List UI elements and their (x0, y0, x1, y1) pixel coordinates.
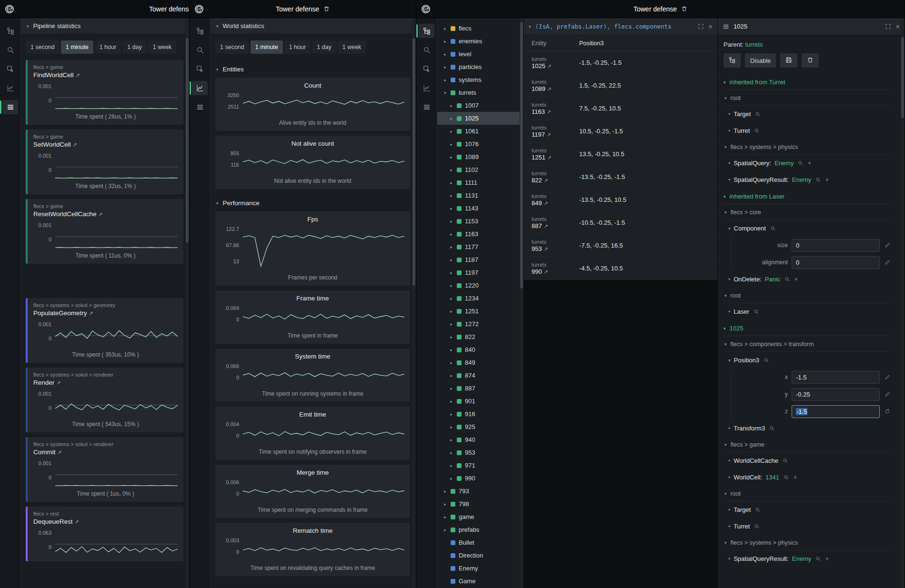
expand-inspector-button[interactable] (885, 23, 891, 30)
component-row[interactable]: ▾Position3 (724, 352, 890, 369)
close-query-button[interactable]: × (708, 23, 713, 30)
component-row[interactable]: ▾Component (724, 220, 890, 237)
tree-item-1089[interactable]: ▸1089 (437, 150, 523, 163)
sidebar-hierarchy-button[interactable] (416, 23, 437, 39)
time-range-button[interactable]: 1 day (122, 40, 147, 54)
sidebar-search-button[interactable] (190, 42, 210, 58)
component-group-path[interactable]: ▾root (724, 90, 890, 106)
tree-item-Enemy[interactable]: Enemy (437, 562, 523, 575)
tree-item-798[interactable]: ▸798 (437, 498, 523, 510)
parent-link[interactable]: turrets (745, 41, 763, 48)
entity-link[interactable]: 1089 ↗ (532, 85, 579, 92)
sidebar-search-button[interactable] (0, 42, 20, 58)
sidebar-stats-button[interactable] (190, 99, 210, 115)
tree-item-enemies[interactable]: ▸enemies (437, 35, 523, 48)
close-inspector-button[interactable]: × (895, 23, 900, 30)
component-row[interactable]: •OnDelete:Panic (724, 271, 890, 288)
size-input[interactable]: 0 (792, 239, 880, 252)
query-row-849[interactable]: turrets849 ↗-13.5, -0.25, 10.5 (524, 189, 717, 211)
component-value[interactable]: 1341 (765, 474, 779, 481)
component-value[interactable]: Enemy (792, 555, 811, 562)
component-value[interactable]: Panic (765, 276, 781, 283)
component-row[interactable]: •Transform3 (724, 420, 890, 437)
component-group-path[interactable]: ▾flecs > systems > physics (724, 139, 890, 155)
query-row-1163[interactable]: turrets1163 ↗7.5, -0.25, 10.5 (524, 97, 717, 120)
query-row-1251[interactable]: turrets1251 ↗13.5, -0.25, 10.5 (524, 143, 717, 166)
tree-item-1007[interactable]: ▸1007 (437, 99, 523, 112)
tree-item-1143[interactable]: ▸1143 (437, 202, 523, 215)
inspector-section-header[interactable]: ▾inherited from Laser (724, 188, 890, 204)
z-input[interactable]: -1.5 (792, 405, 880, 418)
inspector-section-header[interactable]: ▾1025 (724, 320, 890, 336)
time-range-button[interactable]: 1 minute (251, 40, 283, 54)
tree-item-887[interactable]: ▸887 (437, 382, 523, 395)
query-row-1025[interactable]: turrets1025 ↗-1.5, -0.25, -1.5 (524, 51, 717, 74)
query-row-1089[interactable]: turrets1089 ↗1.5, -0.25, 22.5 (524, 74, 717, 97)
tree-item-prefabs[interactable]: ▸prefabs (437, 523, 523, 536)
tree-item-822[interactable]: ▸822 (437, 330, 523, 343)
component-group-path[interactable]: ▾flecs > core (724, 204, 890, 220)
tree-item-971[interactable]: ▸971 (437, 459, 523, 472)
tree-item-1163[interactable]: ▸1163 (437, 228, 523, 240)
component-row[interactable]: •WorldCellCache (724, 452, 890, 469)
tree-item-Direction[interactable]: Direction (437, 549, 523, 562)
component-row[interactable]: •SpatialQueryResult:Enemy (724, 550, 890, 567)
x-input[interactable]: -1.5 (792, 371, 880, 384)
scrollbar[interactable] (520, 18, 523, 588)
entity-link[interactable]: 822 ↗ (532, 177, 579, 184)
panel-header[interactable]: ▾ World statistics (211, 18, 416, 34)
component-group-path[interactable]: ▾flecs > systems > physics (724, 535, 890, 550)
component-group-path[interactable]: ▾flecs > components > transform (724, 336, 890, 352)
tree-item-1177[interactable]: ▸1177 (437, 240, 523, 253)
tree-item-1131[interactable]: ▸1131 (437, 189, 523, 202)
time-range-button[interactable]: 1 second (26, 40, 60, 54)
tree-item-953[interactable]: ▸953 (437, 446, 523, 459)
entity-link[interactable]: 849 ↗ (532, 199, 579, 207)
component-row[interactable]: •SpatialQuery:Enemy (724, 155, 890, 171)
component-value[interactable]: Enemy (774, 159, 794, 167)
tree-item-1220[interactable]: ▸1220 (437, 279, 523, 292)
scrollbar[interactable] (901, 18, 905, 588)
time-range-button[interactable]: 1 second (215, 40, 249, 54)
component-row[interactable]: •Turret (724, 122, 890, 139)
component-row[interactable]: •Turret (724, 518, 890, 535)
query-row-822[interactable]: turrets822 ↗-13.5, -0.25, -1.5 (524, 166, 717, 189)
query-expression[interactable]: (IsA, prefabs.Laser), flecs.components (535, 23, 694, 30)
y-input[interactable]: -0.25 (792, 388, 880, 401)
card-system-link[interactable]: Render ↗ (33, 379, 60, 386)
component-row[interactable]: •WorldCell:1341 (724, 469, 890, 486)
card-system-link[interactable]: SetWorldCell ↗ (33, 141, 77, 148)
tree-item-1111[interactable]: ▸1111 (437, 176, 523, 189)
tree-item-916[interactable]: ▸916 (437, 408, 523, 420)
tree-item-840[interactable]: ▸840 (437, 343, 523, 356)
entity-link[interactable]: 990 ↗ (532, 268, 579, 275)
section-header[interactable]: ▾Performance (215, 194, 410, 211)
tree-item-turrets[interactable]: ▾turrets (437, 86, 523, 99)
tree-item-1234[interactable]: ▸1234 (437, 292, 523, 305)
tree-item-1153[interactable]: ▸1153 (437, 215, 523, 228)
sidebar-chart-button[interactable] (190, 80, 210, 96)
panel-header[interactable]: ▾ Pipeline statistics (21, 18, 189, 34)
sidebar-hierarchy-button[interactable] (0, 23, 20, 39)
time-range-button[interactable]: 1 week (148, 40, 177, 54)
tree-item-940[interactable]: ▸940 (437, 433, 523, 446)
tree-item-systems[interactable]: ▸systems (437, 73, 523, 86)
sidebar-hierarchy-button[interactable] (190, 23, 210, 39)
component-row[interactable]: •Laser (724, 303, 890, 320)
time-range-button[interactable]: 1 week (338, 40, 366, 54)
time-range-button[interactable]: 1 minute (61, 40, 93, 54)
time-range-button[interactable]: 1 hour (95, 40, 121, 54)
scrollbar-thumb[interactable] (520, 22, 523, 289)
query-row-1197[interactable]: turrets1197 ↗10.5, -0.25, -1.5 (524, 120, 717, 143)
component-row[interactable]: •SpatialQueryResult:Enemy (724, 171, 890, 188)
tree-item-1061[interactable]: ▸1061 (437, 125, 523, 138)
trash-icon[interactable] (681, 6, 687, 12)
component-group-path[interactable]: ▾flecs > game (724, 437, 890, 452)
tree-item-game[interactable]: ▸game (437, 510, 523, 523)
card-system-link[interactable]: DequeueRest ↗ (33, 518, 79, 525)
tree-item-874[interactable]: ▸874 (437, 369, 523, 382)
component-row[interactable]: •Target (724, 501, 890, 518)
query-row-990[interactable]: turrets990 ↗-4.5, -0.25, 10.5 (524, 257, 717, 280)
sidebar-stats-button[interactable] (0, 99, 20, 115)
tree-item-1187[interactable]: ▸1187 (437, 253, 523, 266)
